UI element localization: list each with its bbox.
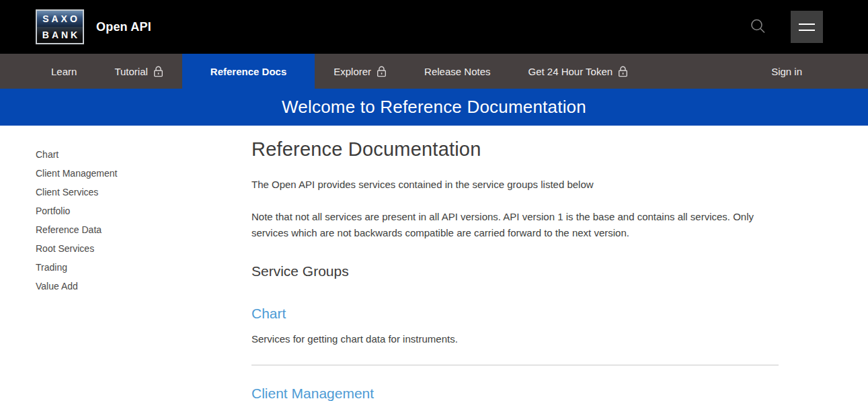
app-title: Open API: [96, 20, 151, 34]
note-paragraph: Note that not all services are present i…: [251, 209, 779, 241]
sidebar-nav: Chart Client Management Client Services …: [0, 126, 251, 296]
sidebar-item-reference-data[interactable]: Reference Data: [36, 220, 251, 239]
top-header: SAXO BANK Open API: [0, 0, 868, 54]
main-content: Reference Documentation The Open API pro…: [251, 126, 779, 401]
service-group-description: Services for getting chart data for inst…: [251, 331, 779, 347]
lock-icon: [153, 66, 163, 77]
nav-item-release-notes[interactable]: Release Notes: [405, 54, 509, 89]
nav-item-explorer[interactable]: Explorer: [315, 54, 405, 89]
saxo-bank-logo[interactable]: SAXO BANK: [36, 9, 84, 44]
hamburger-menu-button[interactable]: [791, 11, 823, 43]
nav-label: Get 24 Hour Token: [528, 66, 613, 77]
nav-label: Learn: [51, 66, 77, 77]
nav-item-reference-docs[interactable]: Reference Docs: [182, 54, 315, 89]
hamburger-bar: [799, 24, 815, 25]
logo-line-bank: BANK: [37, 27, 83, 43]
service-group-client-management: Client Management The Client Management …: [251, 365, 779, 401]
sidebar-item-trading[interactable]: Trading: [36, 258, 251, 277]
lock-icon: [377, 66, 387, 77]
service-groups-heading: Service Groups: [251, 263, 779, 279]
page-banner: Welcome to Reference Documentation: [0, 89, 868, 126]
service-group-link-chart[interactable]: Chart: [251, 306, 286, 322]
sidebar-item-root-services[interactable]: Root Services: [36, 239, 251, 258]
sidebar-item-value-add[interactable]: Value Add: [36, 277, 251, 296]
nav-item-tutorial[interactable]: Tutorial: [95, 54, 182, 89]
sign-in-button[interactable]: Sign in: [752, 54, 821, 89]
sidebar-item-chart[interactable]: Chart: [36, 145, 251, 164]
sign-in-label: Sign in: [771, 66, 802, 77]
search-icon[interactable]: [745, 13, 772, 40]
nav-label: Tutorial: [114, 66, 147, 77]
nav-item-get-24-hour-token[interactable]: Get 24 Hour Token: [509, 54, 647, 89]
banner-title: Welcome to Reference Documentation: [282, 97, 586, 118]
sidebar-item-client-management[interactable]: Client Management: [36, 164, 251, 183]
main-nav: Learn Tutorial Reference Docs Explorer R…: [0, 54, 868, 89]
intro-paragraph: The Open API provides services contained…: [251, 177, 779, 193]
sidebar-item-portfolio[interactable]: Portfolio: [36, 202, 251, 220]
nav-label: Reference Docs: [210, 66, 286, 77]
hamburger-bar: [799, 30, 815, 31]
nav-item-learn[interactable]: Learn: [32, 54, 95, 89]
service-group-chart: Chart Services for getting chart data fo…: [251, 279, 779, 365]
nav-label: Explorer: [333, 66, 371, 77]
logo-line-saxo: SAXO: [37, 11, 83, 27]
content-area: Chart Client Management Client Services …: [0, 126, 868, 401]
sidebar-item-client-services[interactable]: Client Services: [36, 183, 251, 202]
lock-icon: [618, 66, 628, 77]
service-group-link-client-management[interactable]: Client Management: [251, 386, 374, 401]
page-title: Reference Documentation: [251, 138, 779, 161]
nav-label: Release Notes: [424, 66, 490, 77]
